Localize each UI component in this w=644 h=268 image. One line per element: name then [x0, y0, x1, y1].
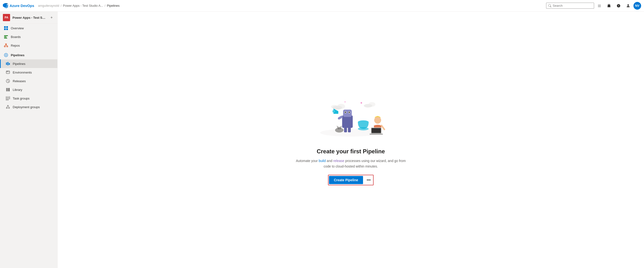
- sidebar-item-overview[interactable]: Overview: [0, 24, 57, 33]
- shopping-icon-btn[interactable]: [605, 2, 613, 10]
- sidebar-item-task-groups[interactable]: Task groups: [0, 94, 57, 103]
- add-project-btn[interactable]: +: [49, 15, 54, 21]
- top-bar-right: NV: [546, 2, 641, 10]
- svg-point-51: [337, 127, 342, 131]
- svg-point-49: [358, 120, 369, 124]
- svg-rect-23: [6, 97, 10, 98]
- list-icon: [598, 4, 601, 8]
- svg-point-42: [349, 112, 350, 113]
- pipelines-icon: [6, 61, 10, 66]
- library-icon: [6, 87, 10, 92]
- svg-rect-21: [8, 88, 8, 91]
- svg-point-9: [7, 46, 8, 47]
- overview-icon: [4, 26, 8, 31]
- deployment-groups-label: Deployment groups: [13, 105, 40, 109]
- svg-point-31: [337, 104, 345, 109]
- svg-rect-13: [8, 62, 8, 65]
- svg-rect-1: [6, 26, 8, 28]
- svg-rect-20: [6, 88, 7, 91]
- hero-link-build[interactable]: build: [319, 159, 326, 163]
- hero-link-release[interactable]: release: [333, 159, 344, 163]
- hero-illustration: [312, 94, 389, 142]
- sidebar-item-pipelines-header[interactable]: Pipelines: [0, 50, 57, 59]
- hero-title: Create your first Pipeline: [317, 148, 385, 155]
- sidebar-item-library[interactable]: Library: [0, 85, 57, 94]
- library-label: Library: [13, 88, 22, 92]
- help-icon-btn[interactable]: [614, 2, 623, 10]
- sidebar: PA Power Apps - Test Stud... + Overview: [0, 12, 58, 268]
- search-input[interactable]: [553, 4, 592, 8]
- svg-point-28: [9, 107, 10, 108]
- more-options-button[interactable]: •••: [365, 176, 373, 184]
- user-icon-btn[interactable]: [624, 2, 632, 10]
- sidebar-item-environments[interactable]: Environments: [0, 68, 57, 77]
- releases-label: Releases: [13, 79, 26, 83]
- sidebar-item-boards[interactable]: Boards: [0, 33, 57, 41]
- breadcrumb: amguileraynold / Power Apps - Test Studi…: [38, 4, 544, 8]
- project-header: PA Power Apps - Test Stud... +: [0, 12, 57, 24]
- search-box[interactable]: [546, 3, 594, 9]
- hero-description: Automate your build and release processe…: [296, 158, 406, 169]
- svg-point-54: [338, 128, 339, 129]
- sidebar-item-pipelines[interactable]: Pipelines: [0, 59, 57, 68]
- sidebar-item-releases[interactable]: Releases: [0, 77, 57, 85]
- svg-rect-6: [4, 38, 7, 39]
- hero-actions: Create Pipeline •••: [328, 175, 373, 185]
- main-content: Create your first Pipeline Automate your…: [58, 12, 644, 268]
- project-avatar: PA: [3, 14, 10, 21]
- svg-point-41: [345, 112, 346, 113]
- deployment-groups-icon: [6, 104, 10, 109]
- breadcrumb-org[interactable]: amguileraynold: [38, 4, 59, 8]
- svg-rect-25: [6, 99, 8, 100]
- svg-point-56: [374, 117, 381, 124]
- pipelines-header-label: Pipelines: [11, 53, 24, 57]
- svg-rect-12: [6, 63, 7, 65]
- svg-rect-38: [343, 110, 352, 117]
- svg-point-8: [4, 46, 6, 47]
- sidebar-item-repos[interactable]: Repos: [0, 41, 57, 50]
- help-icon: [617, 4, 620, 8]
- bag-icon: [607, 4, 611, 8]
- svg-rect-2: [4, 28, 6, 30]
- top-bar: Azure DevOps amguileraynold / Power Apps…: [0, 0, 644, 12]
- project-name: Power Apps - Test Stud...: [12, 16, 46, 20]
- boards-label: Boards: [11, 35, 21, 39]
- svg-rect-4: [4, 35, 8, 36]
- breadcrumb-page: Pipelines: [107, 4, 120, 8]
- svg-line-10: [5, 45, 6, 46]
- svg-point-17: [7, 71, 7, 72]
- svg-rect-24: [6, 98, 10, 99]
- app-logo[interactable]: Azure DevOps: [3, 3, 34, 9]
- svg-point-35: [361, 102, 362, 104]
- user-icon: [626, 4, 630, 8]
- user-avatar[interactable]: NV: [634, 2, 641, 10]
- svg-point-36: [344, 101, 346, 103]
- main-layout: PA Power Apps - Test Stud... + Overview: [0, 12, 644, 268]
- overview-label: Overview: [11, 27, 24, 30]
- task-groups-label: Task groups: [13, 97, 30, 100]
- svg-point-34: [368, 102, 376, 107]
- svg-rect-59: [370, 134, 383, 135]
- svg-rect-22: [9, 88, 10, 91]
- hero-section: Create your first Pipeline Automate your…: [296, 94, 406, 185]
- svg-marker-52: [337, 126, 338, 127]
- sidebar-item-deployment-groups[interactable]: Deployment groups: [0, 103, 57, 111]
- svg-point-18: [8, 71, 8, 72]
- create-pipeline-button[interactable]: Create Pipeline: [329, 176, 363, 184]
- svg-rect-5: [4, 37, 6, 37]
- svg-point-26: [8, 105, 8, 106]
- list-icon-btn[interactable]: [595, 2, 604, 10]
- repos-icon: [4, 43, 8, 48]
- breadcrumb-project[interactable]: Power Apps - Test Studio A...: [63, 4, 103, 8]
- svg-point-55: [340, 128, 340, 129]
- more-icon: •••: [367, 178, 371, 182]
- pipelines-header-icon: [4, 53, 8, 57]
- search-icon: [548, 4, 552, 8]
- svg-rect-3: [6, 28, 8, 30]
- svg-rect-45: [332, 110, 335, 113]
- app-name: Azure DevOps: [10, 4, 34, 8]
- releases-icon: [6, 79, 10, 83]
- breadcrumb-sep2: /: [104, 4, 106, 8]
- task-groups-icon: [6, 96, 10, 101]
- svg-rect-46: [344, 128, 347, 132]
